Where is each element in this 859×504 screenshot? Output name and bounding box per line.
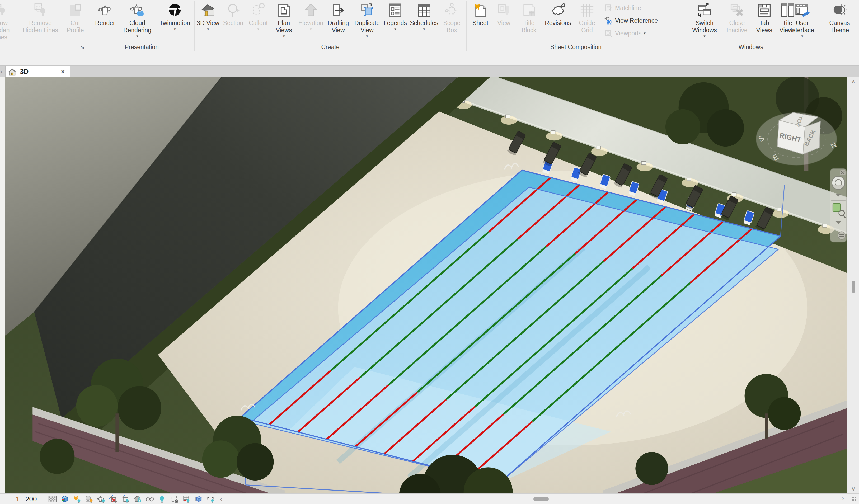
close-tab-icon[interactable]: ✕ (60, 68, 65, 76)
3d-canvas[interactable]: RIGHT BACK TOP S N E (5, 77, 847, 494)
view-reference-icon (604, 16, 613, 25)
switch-windows-button[interactable]: Switch Windows ▾ (689, 2, 721, 43)
canvas-theme-icon (831, 2, 848, 18)
matchline-button: Matchline (604, 2, 641, 14)
schedules-icon (416, 2, 432, 18)
scale-button[interactable]: 1 : 200 (16, 495, 37, 503)
chevron-down-icon[interactable]: ▾ (283, 34, 285, 38)
guide-grid-icon (579, 2, 595, 18)
reveal-constraints-icon[interactable] (206, 495, 215, 503)
group-label-create: Create (195, 44, 466, 51)
dialog-launcher-icon[interactable]: ↘ (80, 44, 85, 51)
3d-view-house-icon (200, 2, 216, 18)
callout-button: Callout ▾ (246, 2, 270, 43)
ribbon-separator (820, 1, 820, 51)
callout-icon (250, 2, 267, 18)
group-label-sheet-composition: Sheet Composition (467, 44, 685, 51)
sheet-button[interactable]: Sheet (469, 2, 492, 43)
tab-views-icon (756, 2, 772, 18)
view-tab-3d[interactable]: 3D ✕ (5, 66, 70, 77)
twinmotion-icon (167, 2, 183, 18)
tab-scroll-left-icon[interactable]: ‹ (1, 68, 2, 74)
remove-hidden-lines-button: Remove Hidden Lines (19, 2, 61, 43)
cut-profile-button: Cut Profile (63, 2, 87, 43)
chevron-down-icon[interactable]: ▾ (704, 34, 706, 38)
render-teapot-icon (97, 2, 113, 18)
scroll-down-icon[interactable]: ∨ (847, 486, 859, 492)
plan-views-icon (276, 2, 292, 18)
canvas-theme-button[interactable]: Canvas Theme (822, 2, 857, 43)
twinmotion-button[interactable]: Twinmotion ▾ (157, 2, 193, 43)
title-block-button: Title Block (516, 2, 542, 43)
vertical-scrollbar[interactable]: ∧ ∨ (847, 77, 859, 493)
viewports-button: Viewports ▾ (604, 28, 646, 39)
scroll-up-icon[interactable]: ∧ (847, 78, 859, 85)
home-view-icon (8, 68, 16, 76)
schedules-button[interactable]: Schedules ▾ (410, 2, 439, 43)
plan-views-button[interactable]: Plan Views ▾ (271, 2, 297, 43)
left-panel-edge[interactable] (0, 77, 5, 493)
scroll-right-icon[interactable]: › (842, 495, 844, 502)
close-inactive-icon (729, 2, 745, 18)
ribbon-group-create: 3D View ▾ Section Callout ▾ Pla (195, 0, 466, 52)
temporary-view-properties-icon[interactable] (170, 495, 178, 503)
duplicate-view-button[interactable]: Duplicate View ▾ (353, 2, 381, 43)
3d-view-button[interactable]: 3D View ▾ (197, 2, 220, 43)
place-view-button: View (493, 2, 515, 43)
drawing-area[interactable]: RIGHT BACK TOP S N E (5, 77, 847, 494)
chevron-down-icon[interactable]: ▾ (174, 27, 176, 31)
view-reference-button[interactable]: View Reference (604, 15, 658, 26)
shadows-icon[interactable] (85, 495, 93, 503)
matchline-icon (604, 3, 613, 12)
legends-button[interactable]: Legends ▾ (382, 2, 408, 43)
visual-style-icon[interactable] (60, 495, 69, 503)
viewcube[interactable]: RIGHT BACK TOP S N E (756, 112, 838, 165)
lock-3d-view-icon[interactable] (133, 495, 142, 503)
render-button[interactable]: Render (93, 2, 117, 43)
chevron-down-icon: ▾ (310, 27, 312, 31)
cloud-rendering-icon (129, 2, 146, 18)
close-inactive-button: Close Inactive (722, 2, 752, 43)
displacement-sets-icon[interactable] (194, 495, 202, 503)
navbar-options-icon[interactable] (838, 232, 845, 240)
legends-icon (387, 2, 404, 18)
drafting-view-button[interactable]: Drafting View (325, 2, 351, 43)
render-dialog-icon[interactable] (97, 495, 105, 503)
crop-view-icon[interactable] (109, 495, 118, 503)
chevron-down-icon[interactable]: ▾ (423, 27, 425, 31)
revisions-button[interactable]: Revisions (543, 2, 573, 43)
crop-region-icon[interactable] (121, 495, 130, 503)
horizontal-scroll-thumb[interactable] (533, 497, 549, 501)
navigation-bar[interactable] (830, 168, 847, 242)
ribbon-group-presentation: Render Cloud Rendering ▾ Twinmotion ▾ Pr… (89, 0, 194, 52)
chevron-down-icon[interactable]: ▾ (366, 34, 368, 38)
revisions-cloud-icon (550, 2, 566, 18)
drafting-view-icon (330, 2, 346, 18)
analytical-model-icon[interactable] (182, 495, 191, 503)
detail-level-icon[interactable] (48, 495, 57, 503)
steering-wheel-icon[interactable] (832, 176, 845, 189)
resize-grip-icon[interactable] (853, 497, 857, 501)
sun-path-icon[interactable] (73, 495, 81, 503)
chevron-down-icon[interactable]: ▾ (801, 34, 803, 38)
view-toolbar-collapse-icon[interactable]: ‹ (220, 495, 222, 503)
chevron-down-icon[interactable]: ▾ (136, 34, 138, 38)
scope-box-icon (443, 2, 460, 18)
show-hidden-lines-icon (0, 2, 8, 18)
switch-windows-icon (696, 2, 713, 18)
section-button: Section (221, 2, 245, 43)
title-block-icon (521, 2, 537, 18)
user-interface-button[interactable]: User Interface ▾ (787, 2, 817, 43)
tab-views-button[interactable]: Tab Views (753, 2, 775, 43)
ribbon-group-graphics: Show Hidden Lines Remove Hidden Lines Cu… (0, 0, 88, 52)
elevation-button: Elevation ▾ (298, 2, 323, 43)
chevron-down-icon[interactable]: ▾ (394, 27, 396, 31)
cloud-rendering-button[interactable]: Cloud Rendering ▾ (119, 2, 156, 43)
reveal-hidden-elements-icon[interactable] (157, 495, 166, 503)
temporary-hide-isolate-icon[interactable] (146, 495, 154, 503)
navbar-close-icon[interactable] (840, 170, 845, 175)
horizontal-scrollbar[interactable] (238, 496, 840, 502)
chevron-down-icon[interactable]: ▾ (207, 27, 209, 31)
section-icon (225, 2, 241, 18)
vertical-scroll-thumb[interactable] (852, 281, 855, 293)
